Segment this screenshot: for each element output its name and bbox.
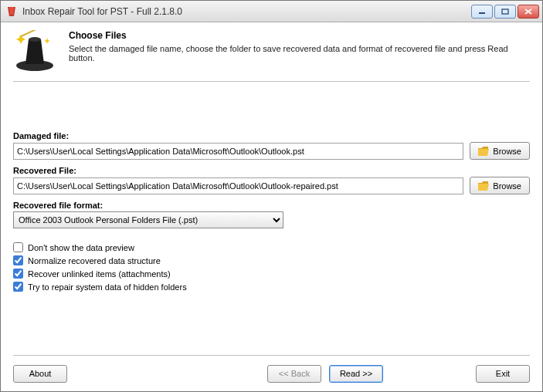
nav-buttons: << Back Read >> <box>267 365 383 383</box>
browse-label: Browse <box>493 147 521 156</box>
svg-rect-0 <box>479 12 485 14</box>
recovered-file-group: Recovered File: Browse <box>13 166 530 194</box>
damaged-file-group: Damaged file: Browse <box>13 131 530 160</box>
recovered-file-input[interactable] <box>13 177 463 194</box>
about-button[interactable]: About <box>13 365 67 383</box>
titlebar: Inbox Repair Tool for PST - Full 2.1.8.0 <box>1 1 542 22</box>
wizard-header: Choose Files Select the damaged file nam… <box>13 30 530 81</box>
wizard-hat-icon <box>13 30 56 73</box>
format-select[interactable]: Office 2003 Outlook Personal Folders Fil… <box>13 211 283 228</box>
preview-label: Don't show the data preview <box>28 243 134 252</box>
recovered-browse-button[interactable]: Browse <box>470 177 530 194</box>
close-button[interactable] <box>518 5 539 19</box>
close-icon <box>524 8 532 15</box>
back-button[interactable]: << Back <box>267 365 321 383</box>
option-preview[interactable]: Don't show the data preview <box>13 242 530 252</box>
recovered-file-label: Recovered File: <box>13 166 530 175</box>
read-button[interactable]: Read >> <box>329 365 383 383</box>
preview-checkbox[interactable] <box>13 242 23 252</box>
options-group: Don't show the data preview Normalize re… <box>13 242 530 292</box>
browse-label: Browse <box>493 181 521 191</box>
normalize-label: Normalize recovered data structure <box>28 256 161 265</box>
svg-point-3 <box>29 37 41 42</box>
hidden-checkbox[interactable] <box>13 282 23 292</box>
normalize-checkbox[interactable] <box>13 255 23 265</box>
option-hidden[interactable]: Try to repair system data of hidden fold… <box>13 282 530 292</box>
unlinked-label: Recover unlinked items (attachments) <box>28 269 171 279</box>
footer: About << Back Read >> Exit <box>1 356 542 391</box>
app-icon <box>5 5 18 18</box>
page-title: Choose Files <box>69 30 530 41</box>
header-text: Choose Files Select the damaged file nam… <box>69 30 530 73</box>
minimize-icon <box>478 8 486 15</box>
format-group: Recovered file format: Office 2003 Outlo… <box>13 201 530 228</box>
divider <box>13 81 530 82</box>
window-controls <box>471 5 539 19</box>
damaged-file-input[interactable] <box>13 143 463 160</box>
window-title: Inbox Repair Tool for PST - Full 2.1.8.0 <box>22 6 471 17</box>
folder-icon <box>478 147 489 156</box>
page-description: Select the damaged file name, choose the… <box>69 44 530 63</box>
format-label: Recovered file format: <box>13 201 530 210</box>
content-area: Choose Files Select the damaged file nam… <box>1 22 542 355</box>
form-area: Damaged file: Browse Recovered File: Bro… <box>13 85 530 295</box>
option-normalize[interactable]: Normalize recovered data structure <box>13 255 530 265</box>
maximize-button[interactable] <box>494 5 516 19</box>
folder-icon <box>478 181 489 191</box>
damaged-browse-button[interactable]: Browse <box>470 142 530 160</box>
svg-rect-1 <box>502 9 508 14</box>
exit-button[interactable]: Exit <box>476 365 530 383</box>
option-unlinked[interactable]: Recover unlinked items (attachments) <box>13 269 530 279</box>
svg-rect-4 <box>19 30 41 38</box>
minimize-button[interactable] <box>471 5 493 19</box>
damaged-file-label: Damaged file: <box>13 131 530 140</box>
maximize-icon <box>501 8 509 15</box>
hidden-label: Try to repair system data of hidden fold… <box>28 282 187 292</box>
app-window: Inbox Repair Tool for PST - Full 2.1.8.0 <box>0 0 543 392</box>
unlinked-checkbox[interactable] <box>13 269 23 279</box>
